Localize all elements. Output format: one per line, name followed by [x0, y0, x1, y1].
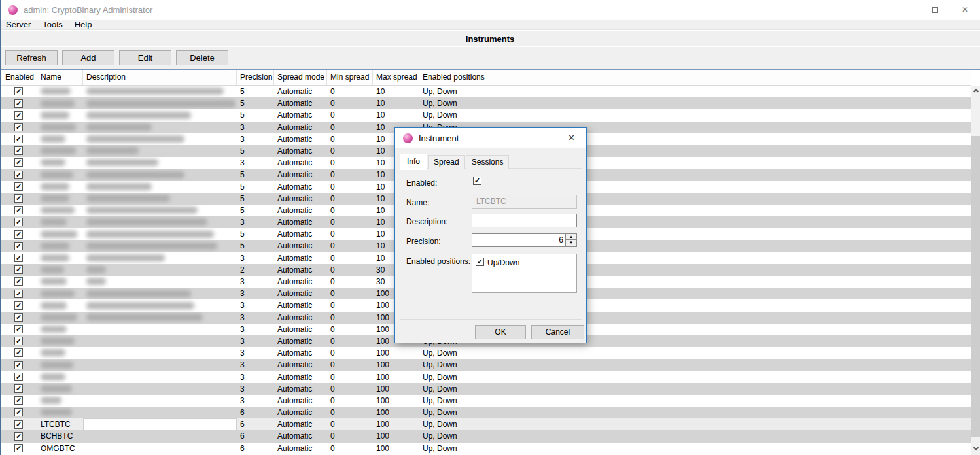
refresh-button[interactable]: Refresh: [5, 50, 58, 65]
option-checkbox[interactable]: ✓: [476, 258, 484, 266]
table-row[interactable]: ✓5Automatic010Up, Down: [0, 97, 971, 109]
enabled-cell: ✓: [0, 324, 37, 335]
row-enabled-checkbox[interactable]: ✓: [14, 313, 23, 322]
table-row[interactable]: ✓3Automatic0100Up, Down: [0, 395, 971, 407]
column-header-enabled-positions[interactable]: Enabled positions: [419, 70, 971, 85]
cancel-button[interactable]: Cancel: [531, 325, 584, 339]
table-row[interactable]: ✓3Automatic0100Up, Down: [0, 359, 971, 371]
row-enabled-checkbox[interactable]: ✓: [14, 242, 23, 250]
name-cell: [37, 205, 83, 216]
row-enabled-checkbox[interactable]: ✓: [14, 230, 23, 239]
description-cell: [83, 133, 237, 145]
row-enabled-checkbox[interactable]: ✓: [14, 218, 23, 226]
row-enabled-checkbox[interactable]: ✓: [14, 348, 23, 357]
menu-item-tools[interactable]: Tools: [37, 20, 68, 30]
description-cell: [83, 240, 237, 252]
precision-input[interactable]: 6 ▲ ▼: [472, 233, 577, 247]
column-header-enabled[interactable]: Enabled: [0, 70, 37, 85]
tab-sessions[interactable]: Sessions: [466, 155, 510, 169]
column-header-spread-mode[interactable]: Spread mode: [274, 70, 327, 85]
table-row[interactable]: ✓3Automatic0100Up, Down: [0, 371, 971, 383]
positions-cell: Up, Down: [419, 430, 971, 442]
edit-button[interactable]: Edit: [119, 50, 171, 65]
max-spread-cell: 100: [373, 347, 419, 359]
page-title: Instruments: [466, 34, 514, 44]
row-enabled-checkbox[interactable]: ✓: [14, 277, 23, 286]
table-row[interactable]: ✓OMGBTC6Automatic0100Up, Down: [0, 443, 971, 454]
column-header-name[interactable]: Name: [37, 70, 83, 85]
enabled-cell: ✓: [0, 169, 37, 180]
row-enabled-checkbox[interactable]: ✓: [14, 361, 23, 369]
add-button[interactable]: Add: [62, 50, 114, 65]
table-row[interactable]: ✓5Automatic010Up, Down: [0, 109, 971, 121]
table-row[interactable]: ✓3Automatic0100Up, Down: [0, 347, 971, 359]
table-row[interactable]: ✓6Automatic0100Up, Down: [0, 407, 971, 418]
row-enabled-checkbox[interactable]: ✓: [14, 135, 23, 143]
row-enabled-checkbox[interactable]: ✓: [14, 123, 23, 131]
description-input[interactable]: [472, 214, 577, 228]
spinner-down-button[interactable]: ▼: [566, 240, 576, 246]
min-spread-cell: 0: [327, 407, 373, 418]
positions-cell: Up, Down: [419, 383, 971, 395]
row-enabled-checkbox[interactable]: ✓: [14, 301, 23, 310]
row-enabled-checkbox[interactable]: ✓: [14, 444, 23, 452]
row-enabled-checkbox[interactable]: ✓: [14, 396, 23, 405]
positions-listbox[interactable]: ✓Up/Down: [472, 254, 577, 293]
row-enabled-checkbox[interactable]: ✓: [14, 111, 23, 120]
row-enabled-checkbox[interactable]: ✓: [14, 182, 23, 191]
row-enabled-checkbox[interactable]: ✓: [14, 99, 23, 108]
name-cell: [37, 97, 83, 109]
maximize-button[interactable]: [920, 0, 950, 20]
name-cell: [37, 299, 83, 311]
menu-item-help[interactable]: Help: [69, 20, 98, 30]
row-enabled-checkbox[interactable]: ✓: [14, 254, 23, 262]
row-enabled-checkbox[interactable]: ✓: [14, 325, 23, 333]
row-enabled-checkbox[interactable]: ✓: [14, 384, 23, 393]
row-enabled-checkbox[interactable]: ✓: [14, 432, 23, 441]
redacted-text: [86, 218, 207, 226]
vertical-scrollbar[interactable]: [971, 86, 980, 455]
dialog-close-icon[interactable]: ✕: [557, 128, 586, 148]
ok-button[interactable]: OK: [475, 325, 526, 339]
scroll-down-button[interactable]: [971, 444, 980, 455]
minimize-button[interactable]: [890, 0, 920, 20]
row-enabled-checkbox[interactable]: ✓: [14, 290, 23, 298]
scrollbar-thumb[interactable]: [971, 136, 980, 437]
table-row[interactable]: ✓BCHBTC6Automatic0100Up, Down: [0, 430, 971, 442]
row-enabled-checkbox[interactable]: ✓: [14, 171, 23, 179]
enabled-cell: ✓: [0, 252, 37, 264]
min-spread-cell: 0: [327, 216, 373, 228]
column-header-description[interactable]: Description: [83, 70, 237, 85]
row-enabled-checkbox[interactable]: ✓: [14, 420, 23, 429]
row-enabled-checkbox[interactable]: ✓: [14, 408, 23, 416]
enabled-checkbox[interactable]: ✓: [473, 177, 481, 185]
tab-info[interactable]: Info: [400, 154, 427, 170]
row-enabled-checkbox[interactable]: ✓: [14, 146, 23, 155]
column-header-min-spread[interactable]: Min spread: [327, 70, 373, 85]
table-row[interactable]: ✓5Automatic010Up, Down: [0, 86, 971, 97]
description-cell: [83, 299, 237, 311]
enabled-cell: ✓: [0, 395, 37, 407]
row-enabled-checkbox[interactable]: ✓: [14, 87, 23, 95]
column-header-precision[interactable]: Precision: [237, 70, 274, 85]
delete-button[interactable]: Delete: [176, 50, 228, 65]
menu-item-server[interactable]: Server: [0, 20, 37, 30]
row-enabled-checkbox[interactable]: ✓: [14, 206, 23, 214]
tab-spread[interactable]: Spread: [428, 155, 465, 169]
spinner-up-button[interactable]: ▲: [566, 234, 576, 240]
row-enabled-checkbox[interactable]: ✓: [14, 265, 23, 274]
row-enabled-checkbox[interactable]: ✓: [14, 337, 23, 345]
close-button[interactable]: ✕: [950, 0, 980, 20]
row-enabled-checkbox[interactable]: ✓: [14, 373, 23, 381]
column-header-max-spread[interactable]: Max spread: [373, 70, 419, 85]
menu-bar: ServerToolsHelp: [0, 20, 980, 30]
description-cell: [83, 205, 237, 216]
row-enabled-checkbox[interactable]: ✓: [14, 158, 23, 167]
enabled-cell: ✓: [0, 181, 37, 193]
positions-option-up-down[interactable]: ✓Up/Down: [476, 257, 573, 268]
table-row[interactable]: ✓3Automatic0100Up, Down: [0, 383, 971, 395]
scroll-up-button[interactable]: [971, 86, 980, 97]
row-enabled-checkbox[interactable]: ✓: [14, 194, 23, 203]
table-row[interactable]: ✓LTCBTC6Automatic0100Up, Down: [0, 418, 971, 430]
description-cell: [83, 443, 237, 454]
